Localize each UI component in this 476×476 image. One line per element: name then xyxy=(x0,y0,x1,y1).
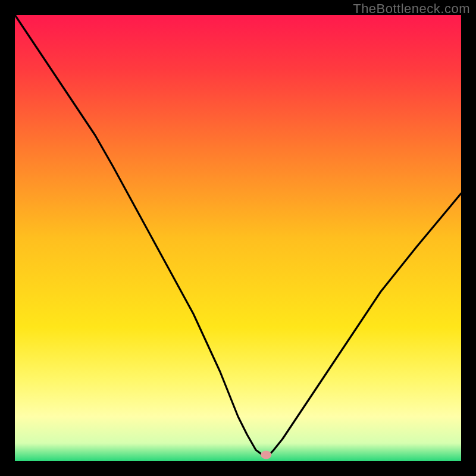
bottleneck-chart xyxy=(15,15,461,461)
optimum-marker xyxy=(261,451,271,459)
chart-frame: TheBottleneck.com xyxy=(0,0,476,476)
gradient-background xyxy=(15,15,461,461)
